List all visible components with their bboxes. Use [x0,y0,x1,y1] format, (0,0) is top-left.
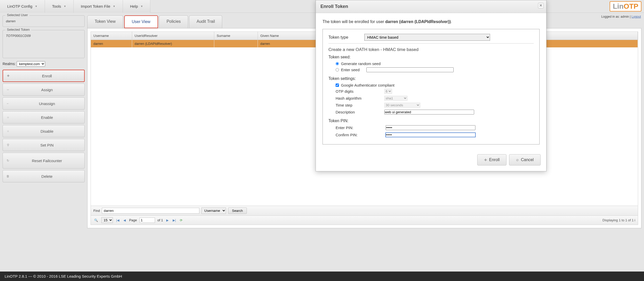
google-compliant-label: Google Authenticator compliant [341,83,394,87]
delete-label: Delete [12,174,82,179]
seed-enter-radio[interactable] [336,68,339,71]
pager-info: Displaying 1 to 1 of 1 i [602,218,635,222]
reset-icon: ↻ [5,159,11,162]
dialog-form: Token type HMAC time based Create a new … [323,29,540,144]
menu-config-label: LinOTP Config [7,0,32,13]
col-resolver[interactable]: UserIdResolver [132,32,214,40]
tab-token-view[interactable]: Token View [87,15,123,28]
brand-logo: LinOTP [610,1,641,12]
next-page-icon[interactable]: ▶ [165,218,169,222]
dialog-enroll-label: Enroll [489,158,500,162]
page-label: Page [129,218,137,222]
chevron-down-icon: ▼ [141,0,143,13]
setpin-button[interactable]: ⚲Set PIN [3,139,85,151]
menu-tools[interactable]: Tools▼ [45,0,74,13]
realms-select[interactable]: kemptest.com [17,61,45,67]
enroll-token-dialog: Enroll Token ✕ The token will be enrolle… [316,0,547,171]
first-page-icon[interactable]: |◀ [115,218,120,222]
prev-page-icon[interactable]: ◀ [123,218,126,222]
chevron-down-icon: ▼ [113,0,115,13]
seed-input[interactable] [366,67,454,72]
token-type-label: Token type [328,35,364,40]
find-label: Find [93,209,100,213]
col-username[interactable]: Username [91,32,132,40]
realms-row: Realms: kemptest.com [3,61,85,67]
intro-post: . [451,19,452,24]
last-page-icon[interactable]: ▶| [172,218,177,222]
selected-token-value: TOTP0001CD09 [6,34,81,38]
sidebar: Selected User darren Selected Token TOTP… [3,15,85,251]
selected-user-value: darren [6,19,81,23]
disable-label: Disable [12,129,82,133]
enable-button[interactable]: ○Enable [3,111,85,123]
enroll-button[interactable]: ✚Enroll [3,70,85,82]
otp-digits-row: OTP digits 6 [336,89,534,94]
assign-button[interactable]: ↔Assign [3,84,85,96]
chevron-down-icon: ▼ [35,0,37,13]
login-user: admin [621,15,629,18]
tab-policies[interactable]: Policies [159,15,188,28]
menu-config[interactable]: LinOTP Config▼ [0,0,45,13]
timestep-row: Time step 30 seconds [336,103,534,108]
confirm-pin-input[interactable] [386,133,475,137]
dialog-cancel-label: Cancel [521,158,534,162]
menu-help-label: Help [130,0,138,13]
enter-pin-input[interactable] [386,125,475,130]
otp-digits-select: 6 [384,89,392,94]
close-icon[interactable]: ✕ [538,3,544,8]
settings-heading: Token settings: [328,76,534,81]
refresh-icon[interactable]: ⟳ [179,218,183,222]
dialog-title-bar[interactable]: Enroll Token ✕ [316,0,546,13]
google-compliant-checkbox[interactable] [336,84,339,87]
seed-heading: Token seed: [328,55,534,59]
zoom-icon[interactable]: 🔍 [93,218,99,222]
description-input[interactable] [384,110,474,115]
seed-generate-label: Generate random seed [341,61,380,66]
intro-user: darren (darren (LDAPIdResolver)) [385,19,451,24]
menu-import-label: Import Token File [81,0,110,13]
token-type-select[interactable]: HMAC time based [364,34,490,41]
dialog-cancel-button[interactable]: ⊘Cancel [509,154,541,165]
find-field-select[interactable]: Username [201,207,226,214]
tab-audit-trail[interactable]: Audit Trail [189,15,222,28]
menu-help[interactable]: Help▼ [123,0,151,13]
find-input[interactable] [102,208,199,214]
timestep-select: 30 seconds [384,103,420,108]
confirm-pin-row: Confirm PIN: [336,133,534,137]
description-row: Description [336,110,534,115]
menu-tools-label: Tools [52,0,61,13]
seed-enter-row: Enter seed [336,67,534,72]
delete-button[interactable]: 🗑Delete [3,170,85,182]
per-page-select[interactable]: 15 [101,217,113,223]
dialog-enroll-button[interactable]: ✚Enroll [477,154,506,165]
logout-link[interactable]: Logout [631,15,641,18]
brand-otp: OTP [623,2,638,10]
token-type-row: Token type HMAC time based [328,34,534,41]
dialog-body: The token will be enrolled for user darr… [316,13,546,150]
unassign-button[interactable]: ←Unassign [3,97,85,110]
link-icon: ↔ [5,88,11,91]
unlink-icon: ← [5,102,11,105]
tab-user-view[interactable]: User View [124,15,158,28]
circle-icon: ○ [5,129,11,133]
intro-pre: The token will be enrolled for user [323,19,385,24]
description-label: Description [336,110,384,114]
pin-icon: ⚲ [5,143,11,147]
login-sep: | [630,15,631,18]
cell-surname [214,40,258,48]
create-heading: Create a new OATH token - HMAC time base… [328,47,534,52]
timestep-label: Time step [336,103,384,107]
selected-token-box: Selected Token TOTP0001CD09 [3,30,85,58]
col-surname[interactable]: Surname [214,32,258,40]
reset-failcounter-button[interactable]: ↻Reset Failcounter [3,153,85,169]
hash-label: Hash algorithm [336,96,384,100]
search-button[interactable]: Search [228,207,247,214]
seed-generate-radio[interactable] [336,62,339,65]
enter-pin-label: Enter PIN: [336,126,386,130]
table-search-bar: Find Username Search [91,206,638,216]
menu-import[interactable]: Import Token File▼ [74,0,123,13]
selected-user-box: Selected User darren [3,15,85,27]
disable-button[interactable]: ○Disable [3,125,85,137]
brand-lin: Lin [613,2,623,10]
page-input[interactable] [140,217,155,223]
